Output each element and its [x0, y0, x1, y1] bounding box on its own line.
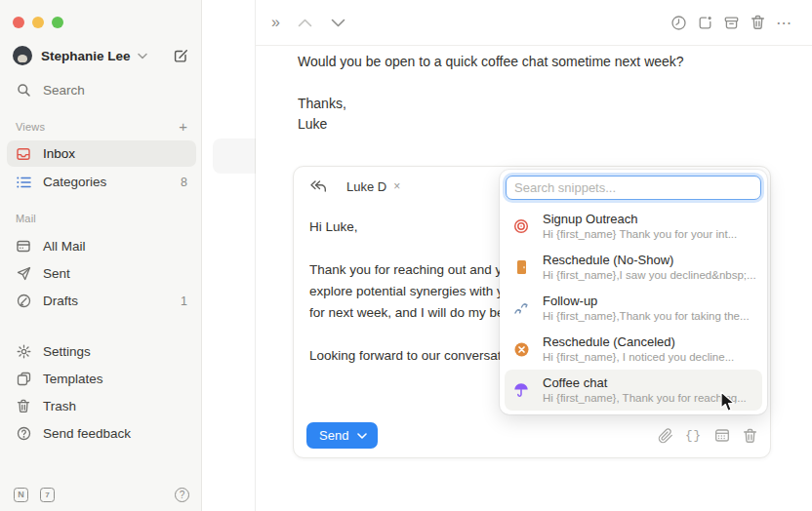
close-window-button[interactable] [13, 17, 24, 28]
mouse-cursor [719, 391, 737, 413]
email-signature: Luke [298, 114, 684, 136]
account-switcher[interactable]: Stephanie Lee [13, 43, 189, 68]
trash-icon[interactable] [750, 15, 766, 31]
item-count: 1 [181, 295, 187, 308]
search-button[interactable]: Search [7, 77, 196, 103]
snooze-icon[interactable] [670, 15, 687, 31]
door-icon [512, 258, 530, 276]
send-label: Send [319, 428, 348, 443]
snippet-item-reschedule-canceled[interactable]: Reschedule (Canceled) Hi {first_name}, I… [505, 329, 762, 370]
sidebar-item-inbox[interactable]: Inbox [7, 140, 196, 167]
zoom-window-button[interactable] [52, 17, 63, 28]
calendar-icon[interactable] [713, 427, 730, 444]
snippet-title: Coffee chat [543, 375, 747, 391]
variables-icon[interactable]: {} [685, 427, 702, 444]
snippet-item-reschedule-no-show[interactable]: Reschedule (No-Show) Hi {first_name},I s… [505, 247, 762, 288]
sent-icon [16, 266, 31, 282]
trash-icon [16, 399, 31, 414]
snippet-preview: Hi {first_name},Thank you for taking the… [543, 309, 750, 323]
snippet-list: Signup Outreach Hi {first_name} Thank yo… [500, 204, 767, 415]
minimize-window-button[interactable] [32, 17, 44, 28]
snippets-popover: Signup Outreach Hi {first_name} Thank yo… [500, 170, 767, 414]
compose-icon[interactable] [173, 48, 189, 64]
mail-section-label: Mail [16, 213, 36, 224]
sidebar-item-label: Sent [43, 266, 70, 281]
cancel-circle-icon [512, 340, 530, 358]
send-button[interactable]: Send [306, 422, 378, 449]
drafts-icon [16, 294, 31, 309]
account-name: Stephanie Lee [41, 49, 131, 63]
send-options-chevron-icon [357, 433, 367, 439]
add-view-button[interactable]: + [179, 119, 187, 134]
notion-icon[interactable]: N [14, 488, 28, 502]
email-text-line: Would you be open to a quick coffee chat… [298, 52, 684, 73]
calendar-app-icon[interactable]: 7 [40, 488, 55, 502]
sidebar-item-trash[interactable]: Trash [7, 393, 196, 419]
discard-draft-icon[interactable] [742, 427, 758, 444]
all-mail-icon [16, 239, 31, 255]
help-circle-icon [16, 426, 31, 442]
more-options-icon[interactable]: ⋯ [776, 14, 792, 32]
snippet-title: Reschedule (No-Show) [543, 253, 754, 268]
sidebar-item-label: Trash [43, 399, 76, 413]
window-controls [13, 17, 63, 28]
chevron-down-icon [138, 53, 147, 59]
previous-thread-icon[interactable] [297, 15, 313, 31]
target-icon [512, 217, 530, 235]
help-icon[interactable]: ? [175, 488, 189, 502]
sidebar-item-label: Templates [43, 372, 103, 386]
reply-all-icon[interactable] [309, 179, 327, 193]
snippet-preview: Hi {first_name}, Thank you for reaching.… [543, 391, 747, 405]
sidebar-item-all-mail[interactable]: All Mail [7, 233, 196, 259]
sidebar-item-label: Drafts [43, 294, 78, 308]
archive-icon[interactable] [723, 15, 740, 31]
remove-recipient-icon[interactable]: × [393, 179, 400, 193]
sidebar-item-send-feedback[interactable]: Send feedback [7, 420, 196, 447]
snippet-title: Reschedule (Canceled) [543, 334, 734, 350]
email-closing: Thanks, [298, 94, 684, 115]
snippet-search-input[interactable] [506, 176, 761, 200]
snippet-preview: Hi {first_name} Thank you for your int..… [543, 227, 737, 241]
categories-icon [16, 175, 31, 190]
snippet-title: Follow-up [543, 294, 750, 309]
sidebar-item-settings[interactable]: Settings [7, 338, 196, 365]
views-section-label: Views [16, 121, 45, 133]
email-body: Would you be open to a quick coffee chat… [298, 52, 684, 136]
snippet-item-signup-outreach[interactable]: Signup Outreach Hi {first_name} Thank yo… [505, 206, 762, 247]
snippet-title: Signup Outreach [543, 212, 737, 227]
sidebar-item-sent[interactable]: Sent [7, 260, 196, 287]
snippet-item-follow-up[interactable]: Follow-up Hi {first_name},Thank you for … [505, 288, 762, 329]
collapsed-list-pane [203, 0, 256, 511]
thread-toolbar: » [256, 0, 812, 46]
avatar [13, 46, 32, 65]
next-thread-icon[interactable] [330, 15, 346, 31]
sidebar-item-label: All Mail [43, 239, 86, 254]
open-as-page-icon[interactable] [697, 15, 713, 31]
sidebar-item-label: Inbox [43, 146, 75, 161]
inbox-icon [16, 146, 31, 162]
sidebar-item-templates[interactable]: Templates [7, 366, 196, 392]
sidebar-item-drafts[interactable]: Drafts 1 [7, 288, 196, 314]
snippet-preview: Hi {first_name},I saw you declined&nbsp;… [543, 268, 754, 282]
umbrella-icon [512, 381, 530, 399]
gear-icon [16, 344, 31, 360]
sidebar-item-label: Settings [43, 344, 91, 359]
sidebar: Stephanie Lee Search Views + Inbox [0, 0, 202, 511]
sidebar-footer: N 7 ? [14, 487, 189, 502]
item-count: 8 [181, 176, 187, 189]
follow-up-arrows-icon [512, 299, 530, 317]
search-label: Search [43, 83, 85, 98]
sidebar-item-label: Categories [43, 175, 106, 189]
snippet-preview: Hi {first_name}, I noticed you decline..… [543, 350, 734, 364]
recipient-name: Luke D [346, 179, 386, 194]
attachment-icon[interactable] [657, 427, 673, 444]
compose-footer: Send {} [306, 422, 758, 449]
recipient-chip[interactable]: Luke D × [346, 179, 400, 194]
expand-pane-icon[interactable]: » [271, 14, 280, 31]
search-icon [16, 83, 31, 98]
sidebar-item-categories[interactable]: Categories 8 [7, 169, 196, 195]
templates-icon [16, 372, 31, 387]
app-window: { "colors": { "traffic_red": "#ee6a5f", … [0, 0, 812, 511]
sidebar-item-label: Send feedback [43, 426, 131, 441]
